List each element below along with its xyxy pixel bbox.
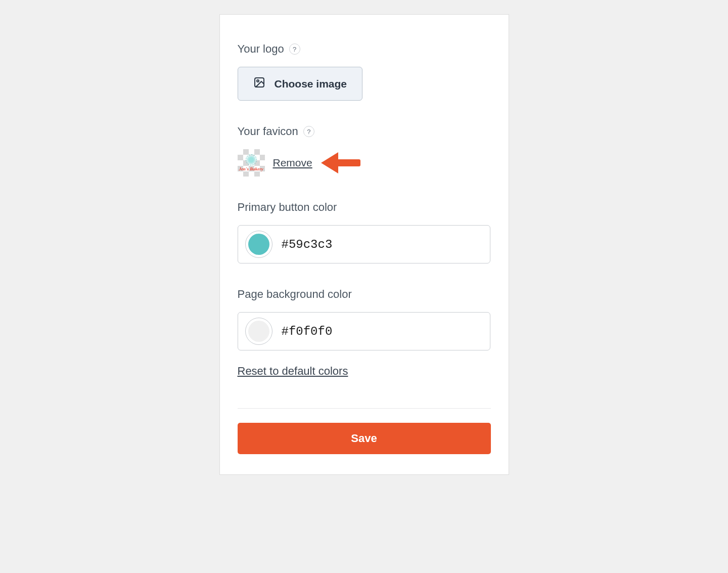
logo-section: Your logo ? Choose image xyxy=(238,42,491,101)
page-bg-input[interactable] xyxy=(238,312,490,350)
svg-marker-3 xyxy=(321,152,338,173)
primary-color-field[interactable] xyxy=(282,238,483,251)
primary-color-section: Primary button color xyxy=(238,201,491,263)
settings-panel: Your logo ? Choose image Your favicon ? … xyxy=(219,14,509,475)
page-bg-section: Page background color Reset to default c… xyxy=(238,288,491,378)
help-icon[interactable]: ? xyxy=(289,43,300,55)
color-swatch-bg-inner xyxy=(248,321,269,342)
remove-favicon-link[interactable]: Remove xyxy=(273,157,312,169)
favicon-thumb-text: Jen's Bakery xyxy=(239,166,263,171)
logo-label-row: Your logo ? xyxy=(238,42,491,56)
choose-image-button[interactable]: Choose image xyxy=(238,67,363,101)
help-icon[interactable]: ? xyxy=(303,126,314,137)
color-swatch[interactable] xyxy=(245,318,272,345)
logo-label: Your logo xyxy=(238,42,284,56)
reset-colors-link[interactable]: Reset to default colors xyxy=(238,365,348,378)
favicon-row: Jen's Bakery Remove xyxy=(238,149,491,177)
svg-point-1 xyxy=(257,80,259,82)
favicon-section: Your favicon ? Jen's Bakery Remove xyxy=(238,125,491,177)
favicon-thumbnail[interactable]: Jen's Bakery xyxy=(238,149,265,177)
color-swatch[interactable] xyxy=(245,231,272,258)
choose-image-label: Choose image xyxy=(275,78,347,90)
favicon-label-row: Your favicon ? xyxy=(238,125,491,138)
page-bg-label: Page background color xyxy=(238,288,352,301)
primary-color-label-row: Primary button color xyxy=(238,201,491,214)
primary-color-input[interactable] xyxy=(238,225,490,263)
svg-rect-2 xyxy=(334,159,360,166)
arrow-left-icon xyxy=(321,150,361,178)
image-icon xyxy=(253,76,265,91)
favicon-flower-icon xyxy=(246,154,257,165)
color-swatch-primary-inner xyxy=(248,234,269,255)
page-bg-field[interactable] xyxy=(282,325,483,338)
primary-color-label: Primary button color xyxy=(238,201,337,214)
divider xyxy=(238,408,491,409)
page-bg-label-row: Page background color xyxy=(238,288,491,301)
save-button[interactable]: Save xyxy=(238,423,491,454)
favicon-label: Your favicon xyxy=(238,125,298,138)
